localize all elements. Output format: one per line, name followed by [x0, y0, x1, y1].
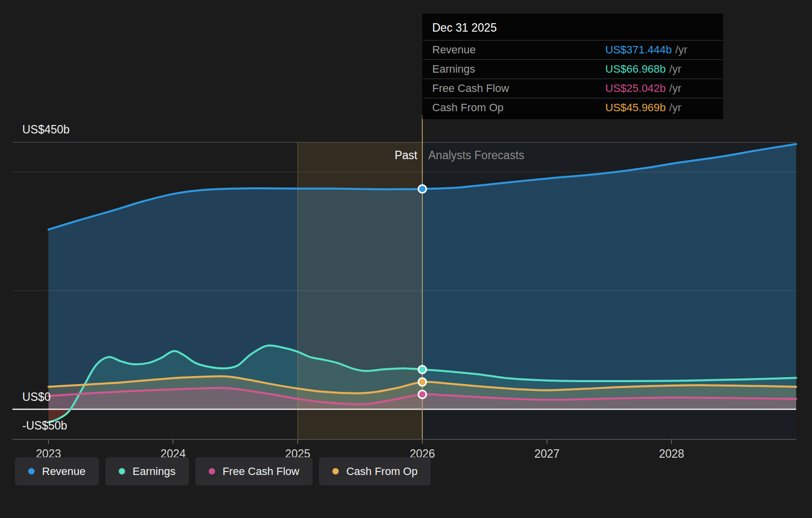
free-cash-flow-marker[interactable]: [418, 390, 426, 398]
tooltip-label: Earnings: [432, 63, 605, 76]
legend-item-revenue[interactable]: Revenue: [15, 457, 99, 485]
revenue-dot-icon: [28, 468, 35, 475]
cash-from-op-marker[interactable]: [418, 378, 426, 386]
past-label: Past: [395, 149, 417, 162]
tooltip-value: US$371.444b: [605, 43, 672, 56]
legend-label: Free Cash Flow: [223, 465, 299, 478]
tooltip-row-cash-from-op: Cash From Op US$45.969b /yr: [423, 98, 722, 117]
tooltip-label: Revenue: [432, 43, 605, 56]
analysts-forecasts-label: Analysts Forecasts: [428, 149, 524, 162]
tooltip-suffix: /yr: [669, 82, 681, 95]
legend-label: Earnings: [133, 465, 176, 478]
x-axis-label-2027: 2027: [534, 447, 559, 460]
tooltip-label: Cash From Op: [432, 101, 605, 114]
y-axis-label-0: US$0: [22, 391, 51, 403]
tooltip-row-free-cash-flow: Free Cash Flow US$25.042b /yr: [423, 79, 722, 98]
tooltip-value: US$45.969b: [605, 101, 666, 114]
tooltip-label: Free Cash Flow: [432, 82, 605, 95]
revenue-marker[interactable]: [418, 185, 426, 193]
tooltip-suffix: /yr: [676, 43, 687, 56]
y-axis-label-450b: US$450b: [22, 124, 70, 135]
legend-item-earnings[interactable]: Earnings: [105, 457, 189, 485]
free-cash-flow-dot-icon: [209, 468, 215, 475]
legend-item-free-cash-flow[interactable]: Free Cash Flow: [195, 457, 313, 485]
tooltip-row-earnings: Earnings US$66.968b /yr: [423, 59, 722, 79]
chart-page: 202320242025202620272028 US$450b US$0 -U…: [0, 0, 812, 518]
earnings-dot-icon: [119, 468, 125, 475]
x-axis-label-2028: 2028: [659, 447, 684, 460]
chart-tooltip: Dec 31 2025 Revenue US$371.444b /yr Earn…: [422, 14, 723, 119]
legend-label: Revenue: [42, 465, 86, 478]
tooltip-value: US$25.042b: [605, 82, 666, 95]
tooltip-suffix: /yr: [669, 63, 681, 76]
y-axis-label-neg50b: -US$50b: [22, 420, 67, 432]
cash-from-op-dot-icon: [332, 468, 339, 475]
tooltip-row-revenue: Revenue US$371.444b /yr: [423, 40, 722, 59]
legend-item-cash-from-op[interactable]: Cash From Op: [319, 457, 431, 485]
legend-label: Cash From Op: [346, 465, 417, 478]
earnings-marker[interactable]: [418, 366, 426, 374]
tooltip-suffix: /yr: [669, 101, 681, 114]
chart-legend: Revenue Earnings Free Cash Flow Cash Fro…: [15, 457, 431, 485]
tooltip-date: Dec 31 2025: [423, 14, 722, 40]
tooltip-value: US$66.968b: [605, 63, 666, 76]
